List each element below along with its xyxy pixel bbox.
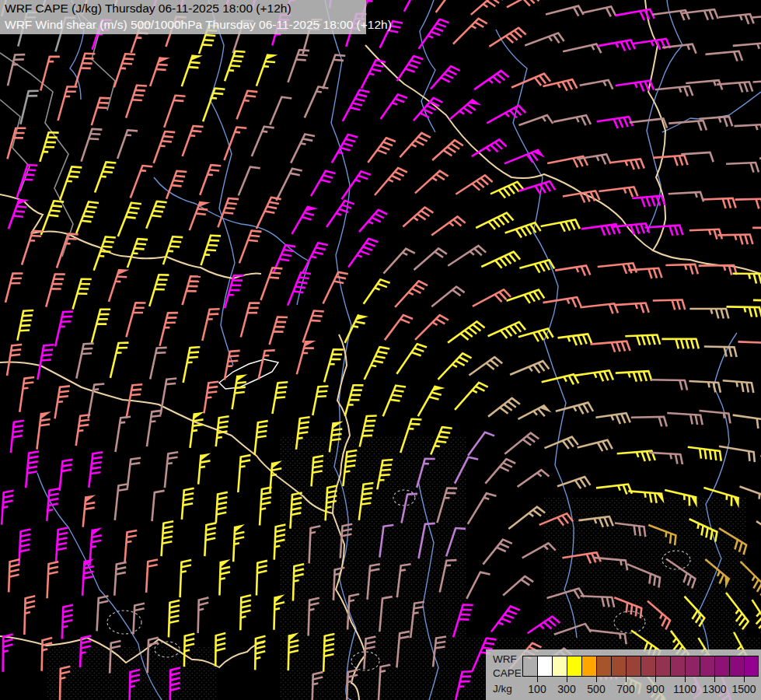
weather-map-viewport: WRF CAPE (J/kg) Thursday 06-11-2025 18:0…: [0, 0, 761, 700]
legend-colorbar: [522, 656, 759, 677]
legend-label-field: CAPE: [493, 667, 522, 679]
legend-color-cell: [596, 656, 611, 677]
legend-tick-label: 700: [616, 683, 634, 695]
legend-color-cell: [552, 656, 567, 677]
legend-tick-label: 500: [587, 683, 605, 695]
legend-tick-label: 1300: [702, 683, 726, 695]
legend-color-cell: [714, 656, 729, 677]
legend-tick-label: 1100: [673, 683, 696, 695]
map-title-box: WRF CAPE (J/kg) Thursday 06-11-2025 18:0…: [0, 0, 366, 34]
legend-tick-mark: [567, 677, 567, 682]
legend-color-cell: [567, 656, 581, 677]
legend-tick-mark: [626, 677, 627, 682]
legend-tick-label: 100: [528, 683, 546, 695]
legend-tick-mark: [596, 677, 597, 682]
legend-color-cell: [685, 656, 700, 677]
legend-color-cell: [641, 656, 655, 677]
legend-tick-mark: [685, 677, 686, 682]
legend-tick-mark: [655, 677, 656, 682]
legend-color-cell: [522, 656, 537, 677]
legend-tick-label: 1500: [731, 683, 756, 695]
legend-color-cell: [744, 656, 759, 677]
stipple-patch: [544, 498, 746, 653]
legend-color-cell: [537, 656, 552, 677]
legend-tick-mark: [744, 677, 745, 682]
legend-label-units: J/kg: [493, 683, 512, 695]
legend-color-cell: [655, 656, 670, 677]
legend-tick-label: 900: [646, 683, 664, 695]
stipple-patch: [47, 646, 218, 700]
legend-color-cell: [729, 656, 744, 677]
legend-tick-label: 300: [557, 683, 575, 695]
legend-panel: WRF CAPE J/kg 10030050070090011001300150…: [486, 649, 761, 700]
legend-color-cell: [611, 656, 626, 677]
legend-label-model: WRF: [493, 653, 517, 665]
legend-tick-mark: [537, 677, 538, 682]
legend-color-cell: [626, 656, 641, 677]
stipple-patch: [280, 436, 466, 700]
weather-map: [0, 0, 761, 700]
map-title-windshear: WRF Wind shear (m/s) 500/1000hPa Thursda…: [5, 18, 392, 32]
legend-color-cell: [581, 656, 596, 677]
legend-tick-mark: [714, 677, 715, 682]
legend-color-cell: [700, 656, 714, 677]
legend-color-cell: [670, 656, 685, 677]
map-title-cape: WRF CAPE (J/kg) Thursday 06-11-2025 18:0…: [5, 2, 291, 16]
